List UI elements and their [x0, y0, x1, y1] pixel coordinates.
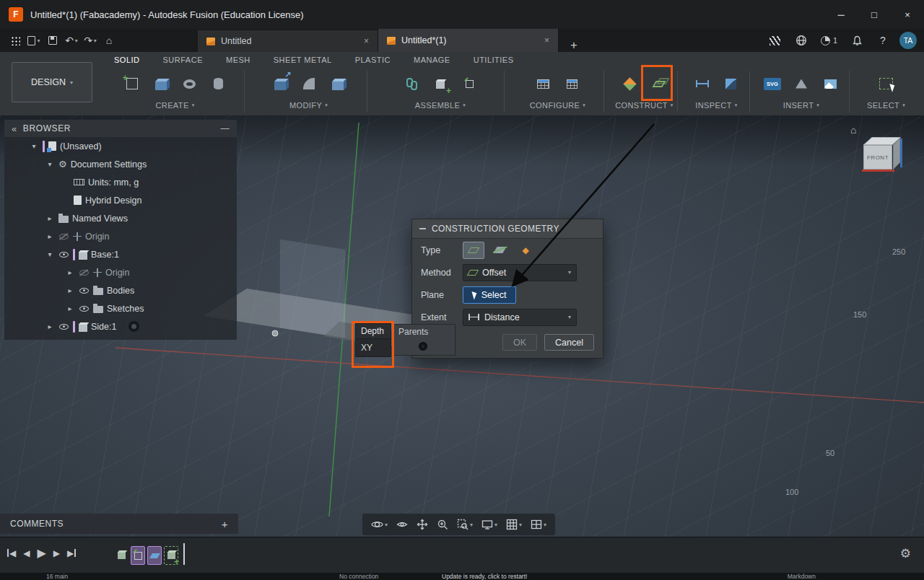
configure-dropdown[interactable]: CONFIGURE▾: [530, 101, 586, 110]
expand-caret-icon[interactable]: ▾: [29, 142, 39, 150]
extensions-button[interactable]: [766, 30, 785, 50]
midplane-button[interactable]: [618, 70, 642, 97]
browser-row-bodies[interactable]: ▸ Bodies: [4, 281, 237, 299]
revolve-button[interactable]: [178, 70, 202, 97]
tab-untitled[interactable]: Untitled ×: [198, 30, 378, 52]
redo-button[interactable]: ↷▾: [81, 30, 100, 50]
browser-row-sketches[interactable]: ▸ Sketches: [4, 299, 237, 317]
ok-button[interactable]: OK: [502, 334, 537, 351]
visibility-off-icon[interactable]: [79, 267, 90, 278]
browser-row-side1[interactable]: ▸ Side:1: [4, 317, 237, 335]
visibility-on-icon[interactable]: [79, 285, 90, 296]
timeline-new-component-item[interactable]: +: [164, 546, 178, 565]
configuration-button[interactable]: [531, 70, 556, 97]
shell-button[interactable]: [326, 70, 350, 97]
tab-sheet-metal[interactable]: SHEET METAL: [274, 56, 332, 64]
visibility-on-icon[interactable]: [58, 249, 69, 260]
configuration-table-button[interactable]: [560, 70, 585, 97]
collapsed-caret-icon[interactable]: ▸: [65, 304, 75, 312]
timeline-component-item[interactable]: [114, 546, 128, 565]
grid-settings-button[interactable]: ▾: [503, 515, 525, 534]
fit-button[interactable]: ▾: [454, 515, 476, 534]
viewport-3d[interactable]: 250 150 50 100 ⌂ FRONT « BROWSER — ▾ (Un…: [0, 115, 924, 580]
section-analysis-button[interactable]: [719, 70, 744, 97]
minimize-browser-icon[interactable]: —: [220, 123, 230, 133]
collapsed-caret-icon[interactable]: ▸: [45, 214, 55, 222]
tab-mesh[interactable]: MESH: [226, 56, 250, 64]
timeline-settings-gear-icon[interactable]: ⚙: [900, 546, 911, 561]
play-button[interactable]: ▶: [37, 546, 45, 560]
dialog-header[interactable]: CONSTRUCTION GEOMETRY: [412, 219, 603, 239]
joint-button[interactable]: [399, 70, 424, 97]
status-update[interactable]: Update is ready, click to restart!: [442, 573, 527, 580]
cancel-button[interactable]: Cancel: [544, 334, 594, 351]
tab-solid[interactable]: SOLID: [114, 56, 140, 64]
status-branch[interactable]: 16 main: [46, 573, 68, 580]
file-menu-button[interactable]: ▾: [25, 30, 43, 50]
browser-row-base-origin[interactable]: ▸ Origin: [4, 263, 237, 281]
browser-row-doc-settings[interactable]: ▾ ⚙ Document Settings: [4, 155, 237, 173]
offset-plane-preview[interactable]: [280, 240, 345, 338]
extrude-button[interactable]: [149, 70, 173, 97]
visibility-on-icon[interactable]: [79, 303, 90, 314]
save-button[interactable]: [43, 30, 62, 50]
modify-dropdown[interactable]: MODIFY▾: [289, 101, 328, 110]
select-tool-button[interactable]: [874, 70, 899, 97]
orbit-button[interactable]: ▾: [368, 515, 391, 534]
visibility-off-icon[interactable]: [58, 231, 69, 242]
zoom-button[interactable]: [434, 515, 451, 534]
web-button[interactable]: [792, 30, 811, 50]
skip-to-end-button[interactable]: ▶: [67, 548, 76, 558]
viewports-button[interactable]: ▾: [528, 515, 549, 534]
assemble-dropdown[interactable]: ASSEMBLE▾: [415, 101, 466, 110]
new-component-button[interactable]: +: [428, 70, 453, 97]
browser-row-origin[interactable]: ▸ Origin: [4, 227, 237, 245]
skip-to-start-button[interactable]: ◀: [7, 548, 16, 558]
collapse-browser-icon[interactable]: «: [12, 123, 17, 134]
help-button[interactable]: ?: [873, 30, 892, 50]
insert-dropdown[interactable]: INSERT▾: [783, 101, 819, 110]
type-point-button[interactable]: ◆: [515, 242, 536, 259]
close-tab-icon[interactable]: ×: [364, 36, 369, 46]
type-axis-button[interactable]: [489, 242, 510, 259]
expand-caret-icon[interactable]: ▾: [45, 250, 55, 258]
type-plane-button[interactable]: [463, 242, 484, 259]
tab-untitled-1[interactable]: Untitled*(1) ×: [378, 29, 559, 52]
timeline-sketch-item[interactable]: [131, 546, 145, 565]
app-grid-button[interactable]: [6, 30, 25, 50]
status-connection[interactable]: No connection: [339, 573, 378, 580]
maximize-button[interactable]: □: [858, 0, 891, 29]
expand-caret-icon[interactable]: ▾: [45, 160, 55, 168]
xy-plane-option[interactable]: XY: [355, 339, 391, 357]
origin-point[interactable]: [272, 330, 278, 336]
selection-radio-icon[interactable]: [419, 342, 427, 351]
new-tab-button[interactable]: +: [563, 39, 585, 52]
insert-canvas-button[interactable]: [818, 70, 842, 97]
collapsed-caret-icon[interactable]: ▸: [65, 268, 75, 276]
avatar[interactable]: TA: [899, 32, 917, 49]
pan-button[interactable]: [414, 515, 431, 534]
browser-row-document[interactable]: ▾ (Unsaved): [4, 137, 237, 155]
status-language[interactable]: Markdown: [788, 573, 816, 580]
close-tab-icon[interactable]: ×: [544, 35, 549, 45]
select-dropdown[interactable]: SELECT▾: [867, 101, 905, 110]
collapsed-caret-icon[interactable]: ▸: [45, 232, 55, 240]
job-status-button[interactable]: 1: [818, 30, 840, 50]
viewcube-right-face[interactable]: [893, 138, 900, 170]
timeline-position-marker[interactable]: [183, 543, 185, 565]
viewcube-home-icon[interactable]: ⌂: [850, 124, 856, 136]
browser-row-base1[interactable]: ▾ Base:1: [4, 245, 237, 263]
tab-plastic[interactable]: PLASTIC: [355, 56, 391, 64]
close-button[interactable]: ×: [891, 0, 924, 29]
step-back-button[interactable]: ◀: [23, 548, 30, 558]
cylinder-button[interactable]: [206, 70, 231, 97]
timeline-plane-item[interactable]: [147, 546, 162, 565]
collapsed-caret-icon[interactable]: ▸: [65, 286, 75, 294]
browser-row-hybrid-design[interactable]: Hybrid Design: [4, 191, 237, 209]
fillet-button[interactable]: [297, 70, 321, 97]
view-cube[interactable]: ⌂ FRONT: [855, 124, 911, 180]
extent-dropdown[interactable]: Distance ▾: [463, 309, 577, 326]
depth-option[interactable]: Depth: [355, 323, 391, 339]
notifications-button[interactable]: [847, 30, 866, 50]
collapsed-caret-icon[interactable]: ▸: [45, 322, 55, 330]
